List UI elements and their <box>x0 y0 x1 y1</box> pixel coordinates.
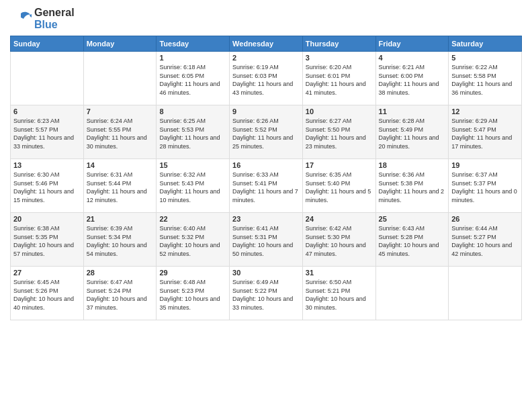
week-row-1: 6Sunrise: 6:23 AM Sunset: 5:57 PM Daylig… <box>11 105 522 159</box>
day-info: Sunrise: 6:42 AM Sunset: 5:30 PM Dayligh… <box>306 224 373 258</box>
day-number: 19 <box>451 161 519 169</box>
calendar-cell: 13Sunrise: 6:30 AM Sunset: 5:46 PM Dayli… <box>11 159 84 213</box>
day-header-wednesday: Wednesday <box>230 36 303 52</box>
calendar-cell: 20Sunrise: 6:38 AM Sunset: 5:35 PM Dayli… <box>11 213 84 267</box>
day-info: Sunrise: 6:20 AM Sunset: 6:01 PM Dayligh… <box>306 63 373 97</box>
logo-bird-icon <box>10 8 32 30</box>
day-number: 20 <box>13 215 81 223</box>
calendar-cell: 29Sunrise: 6:48 AM Sunset: 5:23 PM Dayli… <box>157 267 230 320</box>
calendar-cell: 30Sunrise: 6:49 AM Sunset: 5:22 PM Dayli… <box>230 267 303 320</box>
day-info: Sunrise: 6:48 AM Sunset: 5:23 PM Dayligh… <box>159 278 226 312</box>
day-header-tuesday: Tuesday <box>157 36 230 52</box>
day-info: Sunrise: 6:30 AM Sunset: 5:46 PM Dayligh… <box>13 171 81 204</box>
calendar-cell <box>11 52 84 105</box>
calendar-cell: 23Sunrise: 6:41 AM Sunset: 5:31 PM Dayli… <box>230 213 303 267</box>
day-info: Sunrise: 6:22 AM Sunset: 5:58 PM Dayligh… <box>451 63 519 97</box>
day-number: 17 <box>306 161 373 169</box>
day-info: Sunrise: 6:41 AM Sunset: 5:31 PM Dayligh… <box>232 224 300 258</box>
day-number: 12 <box>451 107 519 116</box>
logo-general: General <box>34 7 75 19</box>
day-info: Sunrise: 6:45 AM Sunset: 5:26 PM Dayligh… <box>13 278 81 312</box>
calendar-body: 1Sunrise: 6:18 AM Sunset: 6:05 PM Daylig… <box>11 52 522 320</box>
week-row-0: 1Sunrise: 6:18 AM Sunset: 6:05 PM Daylig… <box>11 52 522 105</box>
day-number: 24 <box>306 215 373 223</box>
day-number: 23 <box>232 215 300 223</box>
calendar-cell: 12Sunrise: 6:29 AM Sunset: 5:47 PM Dayli… <box>449 105 522 159</box>
day-info: Sunrise: 6:47 AM Sunset: 5:24 PM Dayligh… <box>87 278 154 312</box>
calendar-cell: 18Sunrise: 6:36 AM Sunset: 5:38 PM Dayli… <box>375 159 449 213</box>
day-info: Sunrise: 6:44 AM Sunset: 5:27 PM Dayligh… <box>451 224 519 258</box>
calendar-cell: 15Sunrise: 6:32 AM Sunset: 5:43 PM Dayli… <box>157 159 230 213</box>
day-number: 15 <box>159 161 226 169</box>
logo: General Blue <box>10 7 75 30</box>
day-number: 22 <box>159 215 226 223</box>
day-number: 10 <box>306 107 373 116</box>
day-info: Sunrise: 6:31 AM Sunset: 5:44 PM Dayligh… <box>87 171 154 204</box>
day-info: Sunrise: 6:25 AM Sunset: 5:53 PM Dayligh… <box>159 117 226 150</box>
calendar-cell: 17Sunrise: 6:35 AM Sunset: 5:40 PM Dayli… <box>302 159 375 213</box>
day-info: Sunrise: 6:40 AM Sunset: 5:32 PM Dayligh… <box>159 224 226 258</box>
day-info: Sunrise: 6:33 AM Sunset: 5:41 PM Dayligh… <box>232 171 300 204</box>
day-info: Sunrise: 6:35 AM Sunset: 5:40 PM Dayligh… <box>306 171 373 204</box>
calendar-cell: 4Sunrise: 6:21 AM Sunset: 6:00 PM Daylig… <box>375 52 449 105</box>
day-info: Sunrise: 6:29 AM Sunset: 5:47 PM Dayligh… <box>451 117 519 150</box>
week-row-2: 13Sunrise: 6:30 AM Sunset: 5:46 PM Dayli… <box>11 159 522 213</box>
day-header-monday: Monday <box>83 36 157 52</box>
calendar-cell <box>83 52 157 105</box>
day-info: Sunrise: 6:21 AM Sunset: 6:00 PM Dayligh… <box>379 63 446 97</box>
calendar-cell <box>449 267 522 320</box>
day-info: Sunrise: 6:24 AM Sunset: 5:55 PM Dayligh… <box>87 117 154 150</box>
day-number: 30 <box>232 269 300 277</box>
day-number: 21 <box>87 215 154 223</box>
calendar-header-row: SundayMondayTuesdayWednesdayThursdayFrid… <box>11 36 522 52</box>
calendar-cell: 2Sunrise: 6:19 AM Sunset: 6:03 PM Daylig… <box>230 52 303 105</box>
day-number: 2 <box>232 54 300 62</box>
day-number: 16 <box>232 161 300 169</box>
calendar-cell: 19Sunrise: 6:37 AM Sunset: 5:37 PM Dayli… <box>449 159 522 213</box>
day-header-thursday: Thursday <box>302 36 375 52</box>
day-info: Sunrise: 6:38 AM Sunset: 5:35 PM Dayligh… <box>13 224 81 258</box>
day-number: 18 <box>379 161 446 169</box>
calendar-cell: 7Sunrise: 6:24 AM Sunset: 5:55 PM Daylig… <box>83 105 157 159</box>
day-number: 3 <box>306 54 373 62</box>
page-header: General Blue <box>10 7 522 30</box>
day-info: Sunrise: 6:32 AM Sunset: 5:43 PM Dayligh… <box>159 171 226 204</box>
calendar-cell: 6Sunrise: 6:23 AM Sunset: 5:57 PM Daylig… <box>11 105 84 159</box>
calendar-cell: 5Sunrise: 6:22 AM Sunset: 5:58 PM Daylig… <box>449 52 522 105</box>
day-number: 6 <box>13 107 81 116</box>
logo-text: General Blue <box>34 7 75 30</box>
day-number: 14 <box>87 161 154 169</box>
day-number: 29 <box>159 269 226 277</box>
calendar-cell: 22Sunrise: 6:40 AM Sunset: 5:32 PM Dayli… <box>157 213 230 267</box>
day-number: 4 <box>379 54 446 62</box>
calendar-table: SundayMondayTuesdayWednesdayThursdayFrid… <box>10 36 522 320</box>
day-info: Sunrise: 6:23 AM Sunset: 5:57 PM Dayligh… <box>13 117 81 150</box>
day-number: 26 <box>451 215 519 223</box>
day-info: Sunrise: 6:26 AM Sunset: 5:52 PM Dayligh… <box>232 117 300 150</box>
day-number: 13 <box>13 161 81 169</box>
calendar-cell: 10Sunrise: 6:27 AM Sunset: 5:50 PM Dayli… <box>302 105 375 159</box>
week-row-4: 27Sunrise: 6:45 AM Sunset: 5:26 PM Dayli… <box>11 267 522 320</box>
day-info: Sunrise: 6:28 AM Sunset: 5:49 PM Dayligh… <box>379 117 446 150</box>
day-number: 7 <box>87 107 154 116</box>
logo-blue: Blue <box>34 19 75 31</box>
calendar-cell <box>375 267 449 320</box>
calendar-cell: 1Sunrise: 6:18 AM Sunset: 6:05 PM Daylig… <box>157 52 230 105</box>
calendar-cell: 8Sunrise: 6:25 AM Sunset: 5:53 PM Daylig… <box>157 105 230 159</box>
week-row-3: 20Sunrise: 6:38 AM Sunset: 5:35 PM Dayli… <box>11 213 522 267</box>
day-number: 8 <box>159 107 226 116</box>
day-info: Sunrise: 6:37 AM Sunset: 5:37 PM Dayligh… <box>451 171 519 204</box>
day-number: 31 <box>306 269 373 277</box>
day-header-saturday: Saturday <box>449 36 522 52</box>
day-info: Sunrise: 6:19 AM Sunset: 6:03 PM Dayligh… <box>232 63 300 97</box>
calendar-cell: 28Sunrise: 6:47 AM Sunset: 5:24 PM Dayli… <box>83 267 157 320</box>
day-info: Sunrise: 6:39 AM Sunset: 5:34 PM Dayligh… <box>87 224 154 258</box>
day-header-friday: Friday <box>375 36 449 52</box>
day-header-sunday: Sunday <box>11 36 84 52</box>
day-info: Sunrise: 6:18 AM Sunset: 6:05 PM Dayligh… <box>159 63 226 97</box>
day-info: Sunrise: 6:36 AM Sunset: 5:38 PM Dayligh… <box>379 171 446 204</box>
calendar-cell: 21Sunrise: 6:39 AM Sunset: 5:34 PM Dayli… <box>83 213 157 267</box>
calendar-cell: 11Sunrise: 6:28 AM Sunset: 5:49 PM Dayli… <box>375 105 449 159</box>
calendar-cell: 26Sunrise: 6:44 AM Sunset: 5:27 PM Dayli… <box>449 213 522 267</box>
day-number: 11 <box>379 107 446 116</box>
